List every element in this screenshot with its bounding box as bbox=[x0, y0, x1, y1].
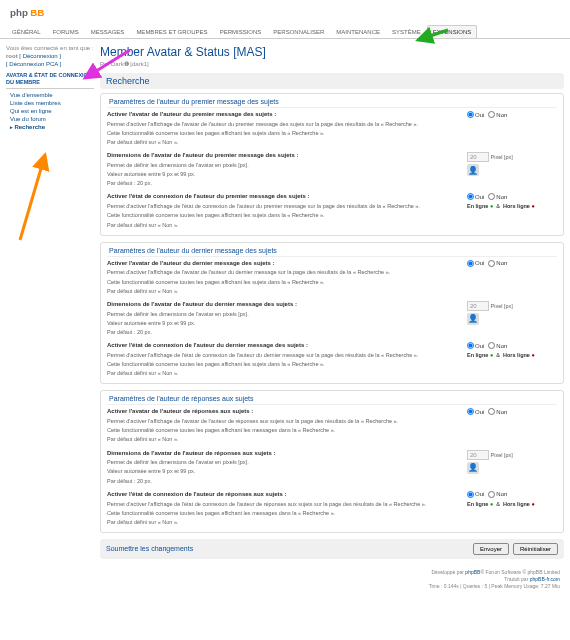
radio-input[interactable] bbox=[467, 408, 474, 415]
pixel-input[interactable] bbox=[467, 301, 489, 311]
setting-desc: Valeur autorisée entre 9 px et 99 px. bbox=[107, 171, 195, 177]
radio-input[interactable] bbox=[488, 111, 495, 118]
radio-no[interactable]: Non bbox=[488, 193, 507, 200]
setting-desc: Par défaut défini sur « Non ». bbox=[107, 139, 179, 145]
setting-label: Dimensions de l'avatar de l'auteur du pr… bbox=[107, 152, 461, 160]
radio-input[interactable] bbox=[467, 111, 474, 118]
setting-row: Activer l'avatar de l'auteur du dernier … bbox=[107, 260, 557, 295]
tab-extensions[interactable]: Extensions bbox=[427, 25, 478, 38]
footer-phpbb-link[interactable]: phpBB bbox=[465, 569, 480, 575]
svg-text:php: php bbox=[10, 7, 28, 18]
page-author: Par Dark❶ [dark1] bbox=[100, 60, 564, 67]
setting-desc: Permet de définir les dimensions de l'av… bbox=[107, 162, 249, 168]
setting-desc: Cette fonctionnalité concerne toutes les… bbox=[107, 212, 325, 218]
radio-no[interactable]: Non bbox=[488, 260, 507, 267]
sidebar-item-forumview[interactable]: Vue du forum bbox=[6, 115, 94, 123]
setting-desc: Par défaut défini sur « Non ». bbox=[107, 436, 179, 442]
svg-text:BB: BB bbox=[30, 7, 44, 18]
radio-yes[interactable]: Oui bbox=[467, 111, 484, 118]
page-title: Member Avatar & Status [MAS] bbox=[100, 45, 564, 59]
setting-desc: Par défaut : 20 px. bbox=[107, 329, 152, 335]
radio-input[interactable] bbox=[467, 193, 474, 200]
pixel-input[interactable] bbox=[467, 450, 489, 460]
setting-desc: Cette fonctionnalité concerne toutes les… bbox=[107, 427, 335, 433]
radio-input[interactable] bbox=[467, 342, 474, 349]
radio-yes[interactable]: Oui bbox=[467, 193, 484, 200]
sidebar-item-online[interactable]: Qui est en ligne bbox=[6, 107, 94, 115]
radio-no[interactable]: Non bbox=[488, 491, 507, 498]
footer-translator-link[interactable]: phpBB-fr.com bbox=[530, 576, 560, 582]
reset-button[interactable]: Réinitialiser bbox=[513, 543, 558, 555]
setting-row: Activer l'état de connexion de l'auteur … bbox=[107, 342, 557, 377]
setting-desc: Permet d'activer l'affichage de l'avatar… bbox=[107, 418, 398, 424]
section-heading: Recherche bbox=[100, 73, 564, 89]
setting-row: Activer l'avatar de l'auteur de réponses… bbox=[107, 408, 557, 443]
setting-desc: Permet d'activer l'affichage de l'état d… bbox=[107, 501, 426, 507]
radio-input[interactable] bbox=[488, 193, 495, 200]
radio-no[interactable]: Non bbox=[488, 342, 507, 349]
status-legend: En ligne ● & Hors ligne ● bbox=[467, 501, 557, 507]
setting-desc: Par défaut défini sur « Non ». bbox=[107, 370, 179, 376]
setting-desc: Permet d'activer l'affichage de l'état d… bbox=[107, 352, 418, 358]
radio-no[interactable]: Non bbox=[488, 111, 507, 118]
setting-label: Activer l'état de connexion de l'auteur … bbox=[107, 342, 461, 350]
avatar-placeholder-icon: 👤 bbox=[467, 462, 479, 474]
radio-yes[interactable]: Oui bbox=[467, 491, 484, 498]
setting-desc: Permet de définir les dimensions de l'av… bbox=[107, 311, 249, 317]
sidebar-item-memberlist[interactable]: Liste des membres bbox=[6, 99, 94, 107]
setting-label: Dimensions de l'avatar de l'auteur de ré… bbox=[107, 450, 461, 458]
pixel-label: Pixel [px] bbox=[489, 303, 513, 309]
setting-label: Dimensions de l'avatar de l'auteur du de… bbox=[107, 301, 461, 309]
setting-label: Activer l'avatar de l'auteur du premier … bbox=[107, 111, 461, 119]
status-legend: En ligne ● & Hors ligne ● bbox=[467, 203, 557, 209]
tab-members[interactable]: Membres et groupes bbox=[130, 25, 213, 38]
setting-desc: Cette fonctionnalité concerne toutes les… bbox=[107, 361, 325, 367]
pixel-input[interactable] bbox=[467, 152, 489, 162]
avatar-placeholder-icon: 👤 bbox=[467, 313, 479, 325]
radio-yes[interactable]: Oui bbox=[467, 342, 484, 349]
group-legend: Paramètres de l'auteur du premier messag… bbox=[107, 98, 557, 108]
submit-button[interactable]: Envoyer bbox=[473, 543, 509, 555]
setting-desc: Permet de définir les dimensions de l'av… bbox=[107, 459, 249, 465]
radio-input[interactable] bbox=[488, 342, 495, 349]
radio-input[interactable] bbox=[488, 408, 495, 415]
tab-maintenance[interactable]: Maintenance bbox=[330, 25, 386, 38]
setting-label: Activer l'état de connexion de l'auteur … bbox=[107, 193, 461, 201]
tab-system[interactable]: Système bbox=[386, 25, 427, 38]
group-legend: Paramètres de l'auteur du dernier messag… bbox=[107, 247, 557, 257]
tab-permissions[interactable]: Permissions bbox=[214, 25, 268, 38]
tab-messages[interactable]: Messages bbox=[85, 25, 131, 38]
sidebar: Vous êtes connecté en tant que : root [ … bbox=[6, 45, 94, 559]
logo: phpBB bbox=[0, 0, 570, 25]
settings-group: Paramètres de l'auteur de réponses aux s… bbox=[100, 390, 564, 533]
pixel-label: Pixel [px] bbox=[489, 154, 513, 160]
setting-desc: Par défaut défini sur « Non ». bbox=[107, 222, 179, 228]
setting-row: Dimensions de l'avatar de l'auteur du pr… bbox=[107, 152, 557, 187]
login-info: Vous êtes connecté en tant que : root [ … bbox=[6, 45, 94, 68]
logout-link[interactable]: [ Déconnexion ] bbox=[19, 53, 61, 59]
logout-pca-link[interactable]: [ Déconnexion PCA ] bbox=[6, 61, 61, 67]
setting-desc: Permet d'activer l'affichage de l'état d… bbox=[107, 203, 420, 209]
radio-yes[interactable]: Oui bbox=[467, 408, 484, 415]
footer: Développé par phpBB® Forum Software © ph… bbox=[0, 565, 570, 598]
radio-input[interactable] bbox=[488, 260, 495, 267]
setting-desc: Permet d'activer l'affichage de l'avatar… bbox=[107, 121, 418, 127]
setting-row: Activer l'état de connexion de l'auteur … bbox=[107, 193, 557, 228]
sidebar-item-overview[interactable]: Vue d'ensemble bbox=[6, 91, 94, 99]
setting-row: Activer l'avatar de l'auteur du premier … bbox=[107, 111, 557, 146]
sidebar-item-search[interactable]: Recherche bbox=[6, 123, 94, 131]
tab-forums[interactable]: Forums bbox=[47, 25, 85, 38]
main-content: Member Avatar & Status [MAS] Par Dark❶ [… bbox=[100, 45, 564, 559]
setting-label: Activer l'avatar de l'auteur du dernier … bbox=[107, 260, 461, 268]
setting-desc: Cette fonctionnalité concerne toutes les… bbox=[107, 510, 335, 516]
setting-desc: Par défaut : 20 px. bbox=[107, 478, 152, 484]
tab-customize[interactable]: Personnaliser bbox=[267, 25, 330, 38]
radio-yes[interactable]: Oui bbox=[467, 260, 484, 267]
admin-tabs: Général Forums Messages Membres et group… bbox=[0, 25, 570, 39]
setting-desc: Par défaut : 20 px. bbox=[107, 180, 152, 186]
radio-no[interactable]: Non bbox=[488, 408, 507, 415]
tab-general[interactable]: Général bbox=[6, 25, 47, 38]
radio-input[interactable] bbox=[467, 491, 474, 498]
radio-input[interactable] bbox=[488, 491, 495, 498]
radio-input[interactable] bbox=[467, 260, 474, 267]
